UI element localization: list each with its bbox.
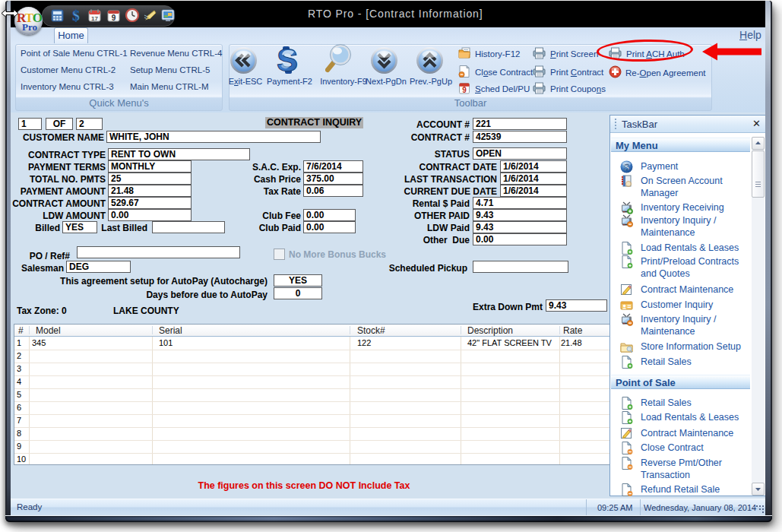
svg-text:S: S bbox=[624, 161, 629, 173]
svg-text:S: S bbox=[277, 44, 298, 76]
svg-text:9: 9 bbox=[112, 14, 116, 22]
svg-text:9: 9 bbox=[462, 86, 467, 94]
svg-text:17: 17 bbox=[91, 15, 98, 22]
svg-text:$: $ bbox=[72, 8, 80, 23]
